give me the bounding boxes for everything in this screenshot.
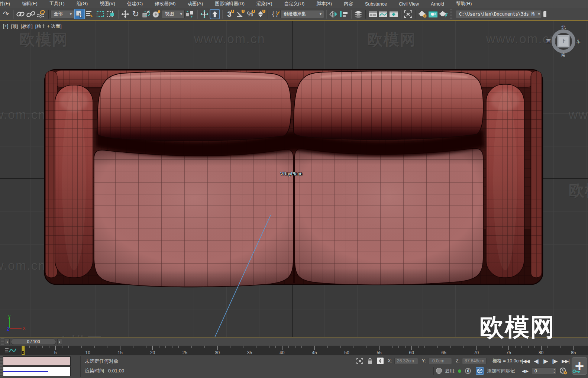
play-button[interactable]: ▶ xyxy=(541,358,550,365)
bind-to-space-warp-button[interactable] xyxy=(36,9,46,19)
select-by-name-button[interactable] xyxy=(85,9,95,19)
go-to-start-button[interactable]: |◀◀ xyxy=(520,358,532,364)
use-center-icon xyxy=(185,10,195,18)
render-setup-button[interactable] xyxy=(417,9,428,19)
menu-item[interactable]: 内容 xyxy=(338,1,359,7)
menu-item[interactable]: 文件(F) xyxy=(0,1,16,7)
go-to-end-button[interactable]: ▶▶| xyxy=(559,358,571,364)
mirror-button[interactable] xyxy=(328,9,339,19)
menu-item[interactable]: 渲染(R) xyxy=(251,1,278,7)
track-bar[interactable]: 0510152025303540455055606570758085 xyxy=(0,346,588,355)
select-object-button[interactable] xyxy=(74,9,85,19)
unlink-selection-button[interactable] xyxy=(26,9,36,19)
use-center-button[interactable] xyxy=(185,9,195,19)
next-frame-button[interactable]: › xyxy=(57,339,62,345)
isolate-selection-button[interactable] xyxy=(403,9,413,19)
rendered-frame-window-button[interactable] xyxy=(428,9,438,19)
time-configuration-icon[interactable] xyxy=(559,367,568,375)
menu-item[interactable]: Arnold xyxy=(425,1,450,7)
spinner-down-icon[interactable]: ▼ xyxy=(553,371,555,374)
menu-item[interactable]: 脚本(S) xyxy=(310,1,338,7)
listener-grip[interactable] xyxy=(0,356,3,377)
select-and-manipulate-button[interactable] xyxy=(199,9,210,19)
key-mode-toggle[interactable]: ◀▶ xyxy=(522,369,529,374)
select-and-scale-button[interactable] xyxy=(141,9,151,19)
menu-item[interactable]: Civil View xyxy=(393,1,425,7)
mini-curve-editor-icon[interactable] xyxy=(4,347,16,354)
menu-item[interactable]: 编辑(E) xyxy=(16,1,43,7)
lock-icon[interactable] xyxy=(367,358,373,364)
curve-editor-button[interactable] xyxy=(378,9,388,19)
toolbar-grip[interactable] xyxy=(450,9,452,19)
y-coordinate-field[interactable]: -0.0cm xyxy=(428,358,452,364)
isolate-selection-icon[interactable] xyxy=(356,358,364,364)
next-frame-button[interactable]: ||▶ xyxy=(550,358,559,364)
viewcube-west-label[interactable]: 西 xyxy=(546,38,551,45)
sofa-model[interactable] xyxy=(0,21,588,337)
schematic-view-button[interactable] xyxy=(388,9,399,19)
set-key-button[interactable]: + xyxy=(572,357,587,375)
time-tag-cube-button[interactable] xyxy=(476,367,484,375)
named-selection-set-dropdown[interactable]: 创建选择集 ▼ xyxy=(280,10,324,18)
menu-item[interactable]: 工具(T) xyxy=(43,1,71,7)
snap-toggle-3d-button[interactable]: 3 xyxy=(224,9,235,19)
selection-filter-dropdown[interactable]: 全部 ▼ xyxy=(51,10,74,18)
scale-icon xyxy=(142,10,150,18)
clipped-toolbar-button[interactable] xyxy=(543,9,546,19)
viewcube-north-label[interactable]: 北 xyxy=(561,25,566,31)
separator xyxy=(48,10,49,19)
render-production-button[interactable] xyxy=(438,9,449,19)
x-coordinate-field[interactable]: 26.32cm xyxy=(394,358,418,364)
menu-item[interactable]: 创建(C) xyxy=(121,1,149,7)
previous-frame-button[interactable]: ‹ xyxy=(5,339,10,345)
viewcube[interactable]: 上 北 南 西 东 xyxy=(549,26,578,56)
absolute-mode-icon[interactable] xyxy=(377,357,384,365)
time-slider[interactable]: 0 / 100 xyxy=(11,339,56,345)
notification-badge[interactable]: 0 xyxy=(465,368,471,374)
window-crossing-toggle-button[interactable] xyxy=(106,9,116,19)
menu-item[interactable]: 帮助(H) xyxy=(450,1,478,7)
shield-icon[interactable] xyxy=(436,368,442,374)
select-and-rotate-button[interactable]: ↻ xyxy=(130,9,141,19)
viewport-menu-plus[interactable]: [+] xyxy=(3,23,8,30)
menu-item[interactable]: 修改器(M) xyxy=(149,1,181,7)
layer-explorer-button[interactable] xyxy=(353,9,364,19)
angle-snap-button[interactable] xyxy=(235,9,245,19)
watermark-logo: 欧模网 xyxy=(479,311,555,344)
menu-item[interactable]: 视图(V) xyxy=(94,1,121,7)
reference-coordinate-dropdown[interactable]: 视图 ▼ xyxy=(162,10,185,18)
menu-item[interactable]: 组(G) xyxy=(71,1,94,7)
menu-item[interactable]: 图形编辑器(D) xyxy=(209,1,251,7)
redo-button[interactable]: ↷ xyxy=(1,9,11,19)
percent-snap-button[interactable]: % xyxy=(245,9,255,19)
menu-item[interactable]: 自定义(U) xyxy=(278,1,310,7)
viewport-menu-view[interactable]: [顶] xyxy=(11,23,18,30)
viewcube-top-face[interactable]: 上 xyxy=(557,35,570,48)
macro-recorder-field[interactable] xyxy=(3,356,71,366)
menu-item[interactable]: 动画(A) xyxy=(181,1,209,7)
viewport-menu-shading[interactable]: [粘土 + 边面] xyxy=(35,23,62,30)
z-coordinate-field[interactable]: 87.648cm xyxy=(462,358,487,364)
spinner-snap-button[interactable] xyxy=(255,9,266,19)
project-folder-field[interactable]: C:\Users\Han\Documents\3ds Max 2022 ▼ xyxy=(456,10,542,18)
keyboard-override-toggle[interactable] xyxy=(210,9,220,19)
viewcube-south-label[interactable]: 南 xyxy=(561,52,566,58)
viewcube-east-label[interactable]: 东 xyxy=(576,38,581,45)
align-button[interactable] xyxy=(339,9,349,19)
edit-named-selection-sets-button[interactable]: { } xyxy=(270,9,280,19)
viewport-menu-standard[interactable]: [标准] xyxy=(21,23,33,30)
select-and-link-button[interactable] xyxy=(15,9,26,19)
toggle-ribbon-button[interactable] xyxy=(368,9,378,19)
current-frame-field[interactable]: 0 ▲ ▼ xyxy=(532,368,556,374)
maxscript-listener-field[interactable] xyxy=(3,366,71,376)
select-and-move-button[interactable] xyxy=(120,9,130,19)
viewport-top[interactable]: 欧模网 www.om.cn 欧模网 www.om.cn www.om.cn 欧模… xyxy=(0,21,588,337)
add-time-tag-label[interactable]: 添加时间标记 xyxy=(487,368,515,374)
previous-frame-button[interactable]: ◀|| xyxy=(532,358,541,364)
frame-spinner[interactable]: ▲ ▼ xyxy=(553,368,555,374)
rectangular-selection-region-button[interactable] xyxy=(95,9,106,19)
spinner-up-icon[interactable]: ▲ xyxy=(553,368,555,371)
menu-item[interactable]: Substance xyxy=(359,1,393,7)
select-and-place-button[interactable] xyxy=(151,9,162,19)
time-slider-grip[interactable] xyxy=(1,338,4,345)
